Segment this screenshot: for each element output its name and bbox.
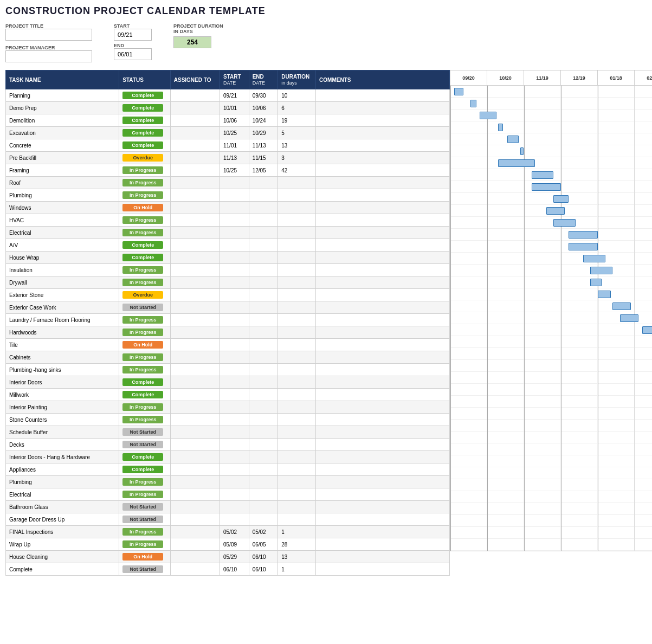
- gantt-row: [450, 145, 652, 157]
- gantt-bar: [480, 112, 496, 119]
- gantt-cell: [524, 408, 561, 419]
- gantt-row: [450, 384, 652, 396]
- task-assigned: [170, 563, 220, 576]
- task-assigned: [170, 364, 220, 376]
- task-duration: [278, 463, 316, 476]
- project-title-input[interactable]: [5, 29, 92, 41]
- col-header-assigned: ASSIGNED TO: [170, 70, 220, 89]
- task-end: [249, 476, 278, 488]
- task-status: Not Started: [119, 501, 170, 513]
- gantt-row: [450, 348, 652, 360]
- gantt-cell: [487, 384, 524, 395]
- gantt-row: [450, 121, 652, 133]
- gantt-cell: [635, 157, 652, 169]
- gantt-cell: [598, 181, 635, 192]
- gantt-cell: [635, 539, 652, 550]
- task-name: Electrical: [6, 227, 119, 239]
- task-assigned: [170, 89, 220, 102]
- gantt-cell: [487, 312, 524, 324]
- task-assigned: [170, 264, 220, 276]
- gantt-cell: [635, 121, 652, 133]
- task-end: [249, 376, 278, 389]
- gantt-cell: [450, 432, 487, 443]
- gantt-cell: [635, 217, 652, 228]
- table-row: Plumbing -hang sinks In Progress: [6, 364, 450, 376]
- task-duration: [278, 414, 316, 426]
- gantt-cell: [635, 276, 652, 288]
- gantt-cell: [524, 467, 561, 479]
- gantt-row: [450, 408, 652, 420]
- task-duration: [278, 451, 316, 463]
- task-start: 11/01: [220, 139, 249, 152]
- task-assigned: [170, 102, 220, 114]
- task-assigned: [170, 202, 220, 214]
- gantt-cell: [450, 276, 487, 288]
- task-end: 05/02: [249, 526, 278, 538]
- task-end: [249, 301, 278, 314]
- project-manager-input[interactable]: [5, 50, 92, 62]
- task-name: Exterior Stone: [6, 289, 119, 301]
- task-duration: 1: [278, 563, 316, 576]
- task-assigned: [170, 451, 220, 463]
- task-start: [220, 276, 249, 289]
- gantt-cell: [598, 157, 635, 169]
- start-input[interactable]: [114, 29, 152, 41]
- task-comments: [316, 214, 450, 227]
- gantt-cell: [450, 396, 487, 407]
- gantt-cell: [524, 241, 561, 252]
- task-name: Interior Doors - Hang & Hardware: [6, 451, 119, 463]
- task-comments: [316, 463, 450, 476]
- gantt-row: [450, 86, 652, 98]
- task-start: [220, 326, 249, 339]
- task-start: [220, 364, 249, 376]
- task-end: [249, 501, 278, 513]
- gantt-cell: [487, 527, 524, 538]
- gantt-cell: [487, 145, 524, 157]
- task-comments: [316, 351, 450, 364]
- task-status: In Progress: [119, 276, 170, 289]
- task-name: Plumbing: [6, 476, 119, 488]
- gantt-bar: [598, 291, 611, 298]
- task-start: [220, 401, 249, 414]
- gantt-cell: [635, 145, 652, 157]
- gantt-cell: [598, 110, 635, 121]
- gantt-cell: [635, 336, 652, 347]
- task-comments: [316, 389, 450, 401]
- table-row: Bathroom Glass Not Started: [6, 501, 450, 513]
- task-end: [249, 389, 278, 401]
- gantt-cell: [450, 98, 487, 109]
- gantt-cell: [635, 133, 652, 145]
- task-start: 10/06: [220, 114, 249, 127]
- task-duration: [278, 364, 316, 376]
- gantt-cell: [487, 205, 524, 216]
- gantt-bar: [569, 243, 598, 250]
- task-duration: [278, 351, 316, 364]
- task-end: 11/15: [249, 152, 278, 164]
- task-status: Complete: [119, 89, 170, 102]
- task-status: Complete: [119, 239, 170, 252]
- gantt-bar: [532, 183, 561, 191]
- gantt-cell: [598, 324, 635, 336]
- task-comments: [316, 451, 450, 463]
- task-status: Not Started: [119, 563, 170, 576]
- task-comments: [316, 276, 450, 289]
- gantt-cell: [598, 348, 635, 359]
- gantt-cell: [635, 443, 652, 455]
- gantt-cell: [487, 455, 524, 467]
- gantt-cell: [524, 443, 561, 455]
- gantt-row: [450, 133, 652, 145]
- task-comments: [316, 89, 450, 102]
- table-row: FINAL Inspections In Progress 05/02 05/0…: [6, 526, 450, 538]
- end-input[interactable]: [114, 48, 152, 60]
- gantt-cell: [598, 539, 635, 550]
- gantt-cell: [561, 133, 598, 145]
- task-start: 09/21: [220, 89, 249, 102]
- task-status: In Progress: [119, 326, 170, 339]
- gantt-cell: [561, 491, 598, 503]
- task-name: Complete: [6, 563, 119, 576]
- col-header-task: TASK NAME: [6, 70, 119, 89]
- task-status: Complete: [119, 463, 170, 476]
- gantt-row: [450, 193, 652, 205]
- task-duration: [278, 488, 316, 501]
- gantt-cell: [487, 121, 524, 133]
